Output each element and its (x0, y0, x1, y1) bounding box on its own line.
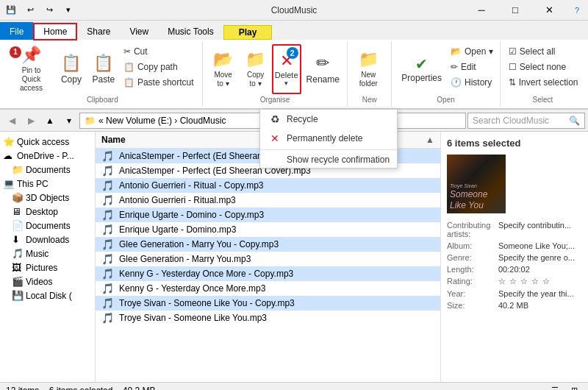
rename-label: Rename (306, 74, 340, 85)
copy-to-button[interactable]: 📁 Copyto ▾ (240, 44, 272, 94)
copy-icon: 📋 (61, 54, 81, 73)
move-to-button[interactable]: 📂 Moveto ▾ (207, 44, 240, 94)
permanently-delete-item[interactable]: ✕ Permanently delete (260, 129, 397, 148)
paste-button[interactable]: 📋 Paste (87, 44, 120, 94)
properties-icon: ✔ (415, 55, 428, 73)
file-row[interactable]: 🎵 Glee Generation - Marry You.mp3 (96, 252, 440, 266)
ribbon: File Home Share View Music Tools Play 1 … (0, 21, 588, 110)
tab-file[interactable]: File (0, 22, 33, 40)
edit-button[interactable]: ✏ Edit (447, 60, 497, 74)
move-to-icon: 📂 (213, 50, 233, 69)
paste-icon: 📋 (93, 54, 113, 73)
recent-locations-button[interactable]: ▾ (60, 112, 78, 130)
file-row[interactable]: 🎵 Troye Sivan - Someone Like You - Copy.… (96, 296, 440, 311)
3d-objects-label: 3D Objects (26, 193, 69, 203)
forward-button[interactable]: ▶ (22, 112, 40, 130)
tree-downloads[interactable]: ⬇ Downloads (0, 233, 95, 247)
qat-save[interactable]: 💾 (3, 2, 19, 18)
tree-music[interactable]: 🎵 Music (0, 247, 95, 260)
window-controls: ─ □ ✕ ? (465, 0, 585, 21)
file-icon: 🎵 (101, 268, 115, 280)
tree-onedrive[interactable]: ☁ OneDrive - P... (0, 149, 95, 163)
file-row[interactable]: 🎵 Antonio Guerrieri - Ritual.mp3 (96, 193, 440, 208)
properties-button[interactable]: ✔ Properties (396, 44, 447, 94)
status-left: 12 items 6 items selected 40.2 MB (6, 386, 155, 391)
new-folder-label: Newfolder (359, 71, 378, 88)
album-art-text: Troye SivanSomeone Like You (450, 183, 506, 210)
3d-objects-icon: 📦 (12, 192, 24, 203)
tree-quick-access[interactable]: ⭐ Quick access (0, 135, 95, 149)
select-none-icon: ☐ (509, 62, 517, 72)
select-all-button[interactable]: ☑ Select all (505, 44, 582, 59)
history-icon: 🕐 (451, 77, 462, 88)
copy-button[interactable]: 📋 Copy (55, 44, 87, 94)
delete-button[interactable]: 2 ✕ Delete ▾ (272, 44, 301, 94)
badge-2: 2 (287, 47, 298, 59)
rename-button[interactable]: ✏ Rename (301, 44, 345, 94)
show-recycle-confirmation-item[interactable]: Show recycle confirmation (260, 152, 397, 168)
file-row[interactable]: 🎵 Enrique Ugarte - Domino.mp3 (96, 222, 440, 237)
edit-label: Edit (461, 62, 476, 72)
selection-title: 6 items selected (447, 138, 582, 149)
tree-documents2[interactable]: 📄 Documents (0, 219, 95, 233)
copy-path-button[interactable]: 📋 Copy path (120, 60, 198, 74)
tiles-view-button[interactable]: ⊞ (566, 384, 582, 391)
history-button[interactable]: 🕐 History (447, 75, 497, 90)
pictures-label: Pictures (26, 263, 57, 273)
search-bar[interactable]: Search CloudMusic 🔍 (467, 113, 585, 129)
file-icon: 🎵 (101, 209, 115, 221)
tree-local-disk[interactable]: 💾 Local Disk ( (0, 288, 95, 302)
qat-undo[interactable]: ↩ (22, 2, 38, 18)
new-folder-button[interactable]: 📁 Newfolder (352, 44, 384, 94)
tree-documents[interactable]: 📁 Documents (0, 163, 95, 177)
tab-share[interactable]: Share (77, 22, 120, 40)
downloads-icon: ⬇ (12, 234, 24, 245)
tab-view[interactable]: View (120, 22, 158, 40)
tree-this-pc[interactable]: 💻 This PC (0, 177, 95, 191)
tree-pictures[interactable]: 🖼 Pictures (0, 260, 95, 274)
item-count: 12 items (6, 386, 39, 391)
tree-desktop[interactable]: 🖥 Desktop (0, 205, 95, 219)
minimize-button[interactable]: ─ (465, 0, 498, 21)
file-row[interactable]: 🎵 Enrique Ugarte - Domino - Copy.mp3 (96, 208, 440, 222)
open-button[interactable]: 📂 Open ▾ (447, 44, 497, 59)
file-row[interactable]: 🎵 Troye Sivan - Someone Like You.mp3 (96, 311, 440, 325)
cut-button[interactable]: ✂ Cut (120, 44, 198, 59)
pin-button[interactable]: 1 📌 Pin to Quickaccess (7, 44, 55, 94)
up-button[interactable]: ▲ (41, 112, 59, 130)
desktop-label: Desktop (26, 207, 58, 217)
invert-selection-button[interactable]: ⇅ Invert selection (505, 75, 582, 90)
year-value: Specify the year thi... (498, 288, 582, 299)
file-row[interactable]: 🎵 Kenny G - Yesterday Once More.mp3 (96, 281, 440, 296)
open-group: ✔ Properties 📂 Open ▾ ✏ Edit 🕐 History (392, 41, 500, 107)
length-value: 00:20:02 (498, 263, 582, 275)
back-button[interactable]: ◀ (3, 112, 21, 130)
select-all-icon: ☑ (509, 46, 517, 57)
delete-button-container[interactable]: 2 ✕ Delete ▾ (272, 44, 301, 94)
qat-redo[interactable]: ↪ (41, 2, 57, 18)
close-button[interactable]: ✕ (532, 0, 566, 21)
videos-icon: 🎬 (12, 276, 24, 287)
maximize-button[interactable]: □ (498, 0, 532, 21)
show-recycle-label: Show recycle confirmation (287, 155, 390, 165)
select-none-button[interactable]: ☐ Select none (505, 60, 582, 74)
tree-3d-objects[interactable]: 📦 3D Objects (0, 191, 95, 205)
delete-dropdown-menu: ♻ Recycle ✕ Permanently delete Show recy… (259, 109, 398, 169)
details-view-button[interactable]: ☰ (547, 384, 563, 391)
file-row[interactable]: 🎵 Antonio Guerrieri - Ritual - Copy.mp3 (96, 178, 440, 193)
copy-to-label: Copyto ▾ (247, 71, 264, 88)
recycle-item[interactable]: ♻ Recycle (260, 110, 397, 129)
tab-play[interactable]: Play (223, 25, 273, 40)
tab-music-tools[interactable]: Music Tools (158, 22, 223, 40)
help-button[interactable]: ? (569, 2, 585, 18)
selected-count: 6 items selected (49, 386, 113, 391)
qat-dropdown[interactable]: ▾ (60, 2, 76, 18)
open-label: Open ▾ (465, 46, 493, 57)
file-row[interactable]: 🎵 Glee Generation - Marry You - Copy.mp3 (96, 237, 440, 252)
window-title: CloudMusic (271, 5, 318, 15)
tree-videos[interactable]: 🎬 Videos (0, 274, 95, 288)
paste-shortcut-button[interactable]: 📋 Paste shortcut (120, 75, 198, 90)
file-row[interactable]: 🎵 Kenny G - Yesterday Once More - Copy.m… (96, 266, 440, 281)
move-to-label: Moveto ▾ (214, 71, 232, 88)
tab-home[interactable]: Home (33, 23, 77, 40)
